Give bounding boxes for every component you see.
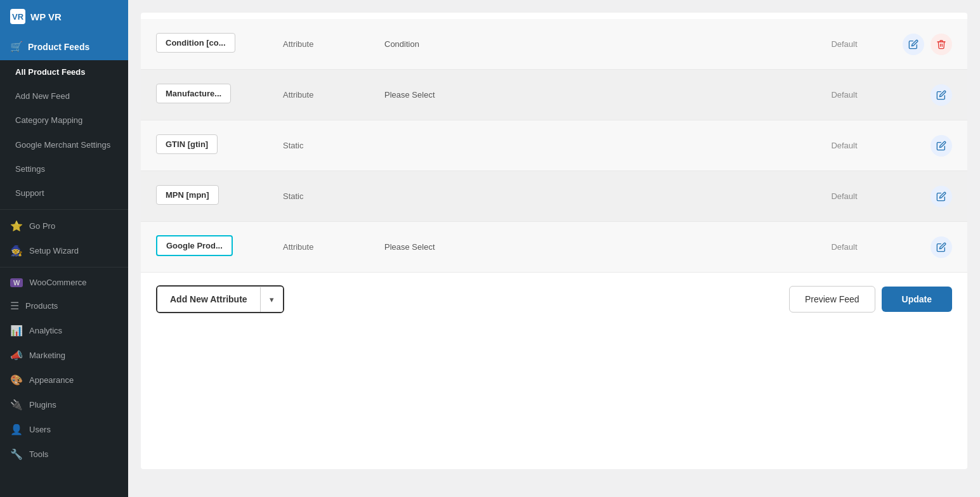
attr-value-label: Please Select bbox=[384, 90, 435, 100]
attr-default-cell: Default bbox=[800, 90, 889, 100]
sidebar-item-products[interactable]: ☰ Products bbox=[0, 294, 128, 318]
plugins-icon: 🔌 bbox=[10, 399, 23, 411]
sidebar-item-google-merchant[interactable]: Google Merchant Settings bbox=[0, 133, 128, 157]
all-product-feeds-label: All Product Feeds bbox=[15, 67, 86, 77]
marketing-label: Marketing bbox=[29, 351, 65, 360]
attr-default-cell: Default bbox=[800, 141, 889, 150]
sidebar-item-go-pro[interactable]: ⭐ Go Pro bbox=[0, 214, 128, 238]
edit-button[interactable] bbox=[931, 135, 952, 157]
app-logo: VR WP VR bbox=[0, 0, 128, 33]
appearance-label: Appearance bbox=[29, 375, 74, 385]
attr-name-cell: Manufacture... bbox=[156, 84, 270, 106]
star-icon: ⭐ bbox=[10, 220, 23, 232]
sidebar-item-users[interactable]: 👤 Users bbox=[0, 417, 128, 442]
attr-default-cell: Default bbox=[800, 191, 889, 201]
sidebar-item-category-mapping[interactable]: Category Mapping bbox=[0, 108, 128, 132]
app-title: WP VR bbox=[30, 11, 62, 22]
woocommerce-label: WooCommerce bbox=[29, 278, 86, 287]
edit-button[interactable] bbox=[931, 236, 952, 258]
sidebar-item-setup-wizard[interactable]: 🧙 Setup Wizard bbox=[0, 238, 128, 263]
attr-type-label: Attribute bbox=[283, 39, 313, 49]
attr-value-label: Please Select bbox=[384, 242, 435, 252]
sidebar-item-appearance[interactable]: 🎨 Appearance bbox=[0, 368, 128, 392]
attr-type-label: Attribute bbox=[283, 90, 313, 100]
attr-name-cell: GTIN [gtin] bbox=[156, 134, 270, 157]
logo-icon: VR bbox=[10, 9, 25, 24]
add-new-label: Add New Attribute bbox=[157, 287, 260, 312]
google-merchant-label: Google Merchant Settings bbox=[15, 140, 110, 150]
attr-default-label: Default bbox=[831, 191, 857, 201]
attr-type-cell: Static bbox=[270, 191, 372, 201]
attr-name-badge: Manufacture... bbox=[156, 84, 231, 103]
edit-button[interactable] bbox=[931, 84, 952, 106]
attr-name-badge: Condition [co... bbox=[156, 33, 235, 53]
sidebar-item-add-new-feed[interactable]: Add New Feed bbox=[0, 84, 128, 108]
table-row: GTIN [gtin] Static Default bbox=[141, 120, 967, 171]
preview-feed-button[interactable]: Preview Feed bbox=[789, 286, 875, 313]
sidebar-item-plugins[interactable]: 🔌 Plugins bbox=[0, 392, 128, 417]
attr-actions-cell bbox=[889, 34, 952, 55]
main-content: Condition [co... Attribute Condition Def… bbox=[128, 0, 980, 497]
table-row: Manufacture... Attribute Please Select D… bbox=[141, 70, 967, 120]
attr-name-badge-highlighted: Google Prod... bbox=[156, 235, 233, 256]
go-pro-label: Go Pro bbox=[29, 221, 55, 231]
attr-type-cell: Attribute bbox=[270, 39, 372, 49]
divider-1 bbox=[0, 209, 128, 210]
table-row: Condition [co... Attribute Condition Def… bbox=[141, 19, 967, 70]
sidebar-item-marketing[interactable]: 📣 Marketing bbox=[0, 343, 128, 368]
sidebar-item-tools[interactable]: 🔧 Tools bbox=[0, 442, 128, 467]
attr-value-cell: Condition bbox=[372, 39, 800, 49]
attr-actions-cell bbox=[889, 236, 952, 258]
sidebar-item-support[interactable]: Support bbox=[0, 181, 128, 205]
attr-name-cell: Google Prod... bbox=[156, 235, 270, 259]
support-label: Support bbox=[15, 188, 44, 198]
users-label: Users bbox=[29, 425, 51, 434]
delete-button[interactable] bbox=[931, 34, 952, 55]
attr-default-label: Default bbox=[831, 90, 857, 100]
attr-default-cell: Default bbox=[800, 242, 889, 252]
attr-value-label: Condition bbox=[384, 39, 419, 49]
attr-name-cell: MPN [mpn] bbox=[156, 185, 270, 207]
edit-button[interactable] bbox=[903, 34, 924, 55]
plugins-label: Plugins bbox=[29, 400, 56, 410]
attr-type-label: Attribute bbox=[283, 242, 313, 252]
sidebar: VR WP VR 🛒 Product Feeds All Product Fee… bbox=[0, 0, 128, 497]
chevron-down-icon: ▾ bbox=[260, 287, 283, 312]
attr-actions-cell bbox=[889, 186, 952, 207]
users-icon: 👤 bbox=[10, 423, 23, 436]
sidebar-item-settings[interactable]: Settings bbox=[0, 157, 128, 181]
bottom-bar: Add New Attribute ▾ Preview Feed Update bbox=[141, 273, 967, 313]
settings-label: Settings bbox=[15, 164, 45, 174]
setup-wizard-label: Setup Wizard bbox=[29, 246, 79, 255]
attr-actions-cell bbox=[889, 135, 952, 157]
update-button[interactable]: Update bbox=[882, 287, 952, 312]
marketing-icon: 📣 bbox=[10, 349, 23, 361]
attr-type-cell: Static bbox=[270, 141, 372, 150]
product-feeds-label: Product Feeds bbox=[28, 42, 89, 52]
products-label: Products bbox=[25, 301, 58, 311]
edit-button[interactable] bbox=[931, 186, 952, 207]
attr-name-badge: GTIN [gtin] bbox=[156, 134, 218, 154]
attr-type-cell: Attribute bbox=[270, 90, 372, 100]
add-new-attribute-button[interactable]: Add New Attribute ▾ bbox=[156, 285, 284, 313]
attr-type-label: Static bbox=[283, 141, 304, 150]
products-icon: ☰ bbox=[10, 300, 19, 312]
attr-name-badge: MPN [mpn] bbox=[156, 185, 219, 205]
attr-default-label: Default bbox=[831, 39, 857, 49]
add-new-feed-label: Add New Feed bbox=[15, 91, 70, 101]
appearance-icon: 🎨 bbox=[10, 374, 23, 386]
attr-default-cell: Default bbox=[800, 39, 889, 49]
tools-label: Tools bbox=[29, 449, 48, 459]
analytics-label: Analytics bbox=[29, 326, 62, 335]
sidebar-item-analytics[interactable]: 📊 Analytics bbox=[0, 318, 128, 343]
content-wrapper: Condition [co... Attribute Condition Def… bbox=[141, 13, 967, 469]
attr-name-cell: Condition [co... bbox=[156, 33, 270, 55]
attr-default-label: Default bbox=[831, 141, 857, 150]
attr-value-cell: Please Select bbox=[372, 90, 800, 100]
sidebar-item-all-product-feeds[interactable]: All Product Feeds bbox=[0, 60, 128, 84]
attr-type-cell: Attribute bbox=[270, 242, 372, 252]
divider-2 bbox=[0, 267, 128, 268]
tools-icon: 🔧 bbox=[10, 448, 23, 460]
attr-value-cell: Please Select bbox=[372, 242, 800, 252]
sidebar-item-woocommerce[interactable]: W WooCommerce bbox=[0, 271, 128, 294]
